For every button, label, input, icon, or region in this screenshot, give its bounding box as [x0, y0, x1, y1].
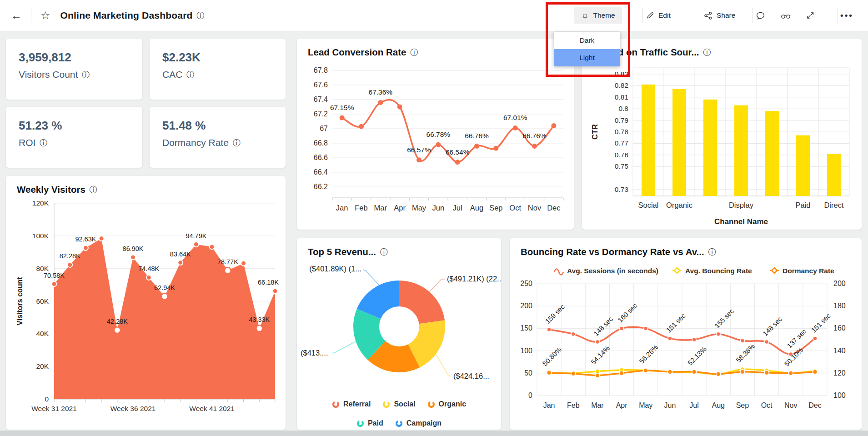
svg-text:100: 100: [833, 391, 846, 399]
svg-text:Avg. Sessions (in seconds): Avg. Sessions (in seconds): [567, 267, 658, 275]
svg-text:Social: Social: [638, 201, 659, 209]
divider: [838, 8, 838, 23]
svg-text:74.48K: 74.48K: [138, 265, 159, 272]
bouncing-dormancy-card: Bouncing Rate vs Dormancy Rate vs Av...ⓘ…: [510, 238, 862, 430]
info-icon[interactable]: ⓘ: [40, 138, 47, 148]
ellipsis-icon: •••: [840, 10, 853, 20]
svg-text:67.36%: 67.36%: [369, 88, 393, 96]
legend-item-referral[interactable]: Referral: [332, 400, 371, 408]
comment-bubble-icon: [756, 11, 765, 20]
svg-text:67.8: 67.8: [314, 66, 328, 74]
svg-text:148 sec: 148 sec: [761, 315, 784, 338]
preview-button[interactable]: [780, 0, 791, 31]
svg-text:83.64K: 83.64K: [170, 251, 191, 258]
svg-text:Mar: Mar: [591, 401, 604, 409]
svg-text:66.4: 66.4: [314, 168, 328, 176]
theme-button-label: Theme: [593, 11, 615, 20]
kpi-card-cac[interactable]: $2.23K CACⓘ: [150, 39, 286, 100]
top-revenue-card: Top 5 Revenu...ⓘ ($491.21K) (22...($424.…: [297, 238, 501, 430]
svg-text:67: 67: [320, 125, 328, 132]
svg-text:Apr: Apr: [616, 401, 628, 409]
expand-icon: [806, 11, 815, 20]
svg-text:Paid: Paid: [795, 201, 810, 209]
more-options-button[interactable]: •••: [840, 0, 853, 31]
svg-text:100: 100: [520, 347, 532, 355]
lead-conversion-chart[interactable]: 66.266.466.666.86767.267.467.667.867.15%…: [299, 60, 572, 225]
svg-text:155 sec: 155 sec: [713, 307, 736, 330]
svg-text:200: 200: [520, 302, 532, 310]
comments-button[interactable]: [756, 0, 765, 31]
theme-option-light[interactable]: Light: [554, 49, 620, 66]
svg-text:70.58K: 70.58K: [44, 272, 65, 279]
svg-text:94.79K: 94.79K: [186, 232, 206, 240]
share-label: Share: [717, 11, 735, 20]
kpi-label: Visitors Count: [19, 69, 78, 80]
fullscreen-button[interactable]: [806, 0, 815, 31]
kpi-card-dormancy-rate[interactable]: 51.48 % Dormancy Rateⓘ: [150, 107, 286, 168]
legend-item-social[interactable]: Social: [382, 400, 415, 408]
legend-item-paid[interactable]: Paid: [356, 419, 383, 427]
svg-text:Dormancy Rate: Dormancy Rate: [783, 267, 834, 275]
page-title: Online Marketing Dashboard: [60, 10, 193, 21]
svg-text:120: 120: [833, 369, 846, 377]
svg-text:Avg. Bouncing Rate: Avg. Bouncing Rate: [685, 267, 752, 275]
svg-text:92.63K: 92.63K: [75, 236, 96, 243]
info-icon[interactable]: ⓘ: [380, 247, 388, 257]
svg-text:20K: 20K: [36, 362, 49, 370]
svg-text:50.10%: 50.10%: [783, 346, 804, 368]
glasses-icon: [780, 11, 791, 20]
info-icon[interactable]: ⓘ: [186, 70, 194, 80]
info-icon[interactable]: ⓘ: [233, 138, 241, 148]
info-icon[interactable]: ⓘ: [708, 247, 716, 257]
kpi-value: $2.23K: [162, 50, 273, 65]
kpi-value: 3,959,812: [19, 50, 130, 65]
back-arrow-icon[interactable]: ←: [11, 9, 22, 22]
kpi-value: 51.48 %: [162, 119, 273, 133]
title-info-icon[interactable]: ⓘ: [197, 10, 205, 21]
horizontal-scrollbar[interactable]: [0, 431, 868, 436]
svg-text:66.57%: 66.57%: [407, 146, 431, 154]
pie-legend-icon: [395, 420, 403, 427]
info-icon[interactable]: ⓘ: [703, 47, 711, 58]
top-revenue-donut-chart[interactable]: ($491.21K) (22...($424.16...($413....($4…: [297, 257, 501, 394]
svg-text:CTR: CTR: [591, 124, 599, 140]
bouncing-dormancy-chart[interactable]: Avg. Sessions (in seconds)Avg. Bouncing …: [512, 258, 858, 426]
ctr-bar-chart[interactable]: 0.830.820.810.80.790.780.770.760.750.73S…: [582, 60, 860, 227]
svg-text:Organic: Organic: [666, 201, 692, 209]
legend-label: Campaign: [406, 419, 442, 427]
edit-button[interactable]: Edit: [646, 0, 671, 31]
svg-text:66.8: 66.8: [314, 139, 328, 147]
svg-text:66.78%: 66.78%: [426, 130, 451, 138]
svg-text:160 sec: 160 sec: [616, 301, 639, 324]
svg-text:Dec: Dec: [547, 204, 560, 212]
svg-text:Apr: Apr: [394, 204, 406, 212]
legend-item-organic[interactable]: Organic: [427, 400, 466, 408]
kpi-card-roi[interactable]: 51.23 % ROIⓘ: [6, 107, 142, 168]
info-icon[interactable]: ⓘ: [410, 47, 418, 58]
info-icon[interactable]: ⓘ: [82, 70, 90, 80]
favorite-star-icon[interactable]: ☆: [40, 9, 50, 22]
info-icon[interactable]: ⓘ: [90, 185, 97, 195]
svg-text:Dec: Dec: [808, 401, 821, 409]
dashboard-app: ← ☆ Online Marketing Dashboard ⓘ ☼ Theme…: [0, 0, 868, 436]
svg-text:0.77: 0.77: [615, 139, 628, 147]
pie-legend-icon: [427, 401, 435, 408]
share-button[interactable]: Share: [704, 0, 735, 31]
kpi-card-visitors-count[interactable]: 3,959,812 Visitors Countⓘ: [6, 39, 142, 100]
theme-button[interactable]: ☼ Theme: [574, 7, 622, 24]
svg-text:($424.16...: ($424.16...: [453, 372, 489, 380]
svg-text:Sep: Sep: [736, 401, 749, 409]
svg-text:Week 31 2021: Week 31 2021: [31, 405, 77, 412]
svg-text:80K: 80K: [36, 265, 49, 272]
svg-text:67.15%: 67.15%: [330, 104, 354, 111]
svg-text:($413....: ($413....: [301, 349, 328, 357]
svg-text:Channel Name: Channel Name: [714, 217, 768, 226]
theme-option-dark[interactable]: Dark: [554, 32, 620, 49]
weekly-visitors-chart[interactable]: 020K40K60K80K100K120K70.58K82.28K92.63K4…: [9, 197, 283, 424]
kpi-value: 51.23 %: [19, 119, 130, 133]
pie-legend-icon: [332, 401, 340, 408]
svg-text:0.73: 0.73: [615, 185, 628, 193]
legend-label: Paid: [368, 419, 383, 427]
legend-item-campaign[interactable]: Campaign: [395, 419, 442, 427]
svg-text:66.54%: 66.54%: [446, 148, 470, 156]
